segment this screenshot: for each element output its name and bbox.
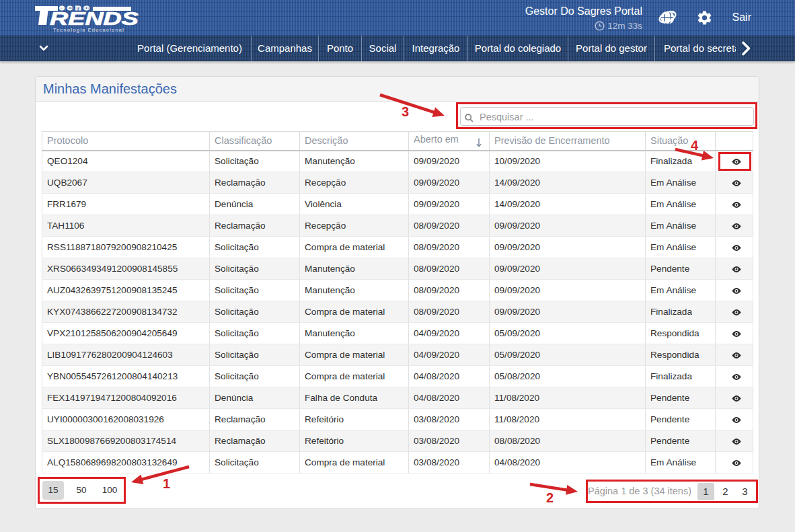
- svg-text:Tecnologia Educacional: Tecnologia Educacional: [53, 27, 124, 33]
- svg-text:RENDS: RENDS: [50, 9, 139, 29]
